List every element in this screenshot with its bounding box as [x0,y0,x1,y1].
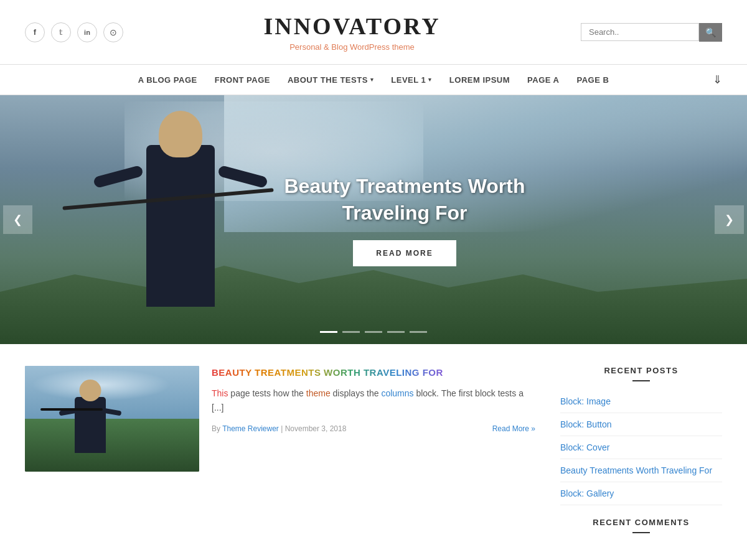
hero-content: Beauty Treatments Worth Traveling For RE… [62,95,747,344]
post-meta: By Theme Reviewer | November 3, 2018 Rea… [212,424,535,433]
posts-area: BEAUTY TREATMENTS WORTH TRAVELING FOR Th… [25,366,535,542]
recent-posts-underline [632,380,650,381]
hero-prev-button[interactable]: ❮ [3,205,32,234]
recent-posts-section: RECENT POSTS Block: Image Block: Button … [560,366,722,505]
hero-read-more-button[interactable]: READ MORE [353,240,456,266]
social-instagram[interactable]: ⊙ [103,22,123,42]
social-twitter[interactable]: 𝕥 [51,22,71,42]
post-author[interactable]: Theme Reviewer [222,424,279,433]
thumb-ground [25,419,199,472]
nav-item-about[interactable]: ABOUT THE TESTS ▾ [288,75,374,85]
search-button[interactable]: 🔍 [699,23,722,42]
nav-item-pageb[interactable]: PAGE B [576,75,609,85]
sidebar: RECENT POSTS Block: Image Block: Button … [560,366,722,542]
main-content: BEAUTY TREATMENTS WORTH TRAVELING FOR Th… [0,344,747,560]
post-excerpt: This page tests how the theme displays t… [212,386,535,415]
excerpt-word-columns: columns [381,388,413,398]
excerpt-word-this: This [212,388,228,398]
search-area: 🔍 [581,23,722,42]
post-card: BEAUTY TREATMENTS WORTH TRAVELING FOR Th… [25,366,535,472]
thumb-clouds [31,369,171,401]
recent-post-1[interactable]: Block: Image [560,390,722,413]
hero-title: Beauty Treatments Worth Traveling For [249,173,560,226]
excerpt-word-theme: theme [306,388,331,398]
search-input[interactable] [581,23,699,41]
recent-post-3[interactable]: Block: Cover [560,436,722,459]
level1-dropdown-icon: ▾ [428,77,432,83]
post-thumbnail [25,366,199,472]
nav-item-level1[interactable]: LEVEL 1 ▾ [391,75,432,85]
nav-item-blog[interactable]: A BLOG PAGE [138,75,197,85]
recent-post-2[interactable]: Block: Button [560,413,722,436]
social-facebook[interactable]: f [25,22,45,42]
site-title: INNOVATORY [263,12,440,40]
nav-bar: A BLOG PAGE FRONT PAGE ABOUT THE TESTS ▾… [0,64,747,95]
recent-comments-underline [632,532,650,533]
social-icons: f 𝕥 in ⊙ [25,22,123,42]
site-title-area: INNOVATORY Personal & Blog WordPress the… [263,12,440,52]
thumb-person [75,397,106,453]
post-meta-byline: By Theme Reviewer | November 3, 2018 [212,424,346,433]
post-read-more-link[interactable]: Read More » [492,424,535,433]
site-subtitle: Personal & Blog WordPress theme [263,42,440,52]
post-title-text: BEAUTY TREATMENTS WORTH TRAVELING FOR [212,367,443,378]
post-date: November 3, 2018 [285,424,347,433]
recent-comments-section: RECENT COMMENTS [560,518,722,533]
post-info: BEAUTY TREATMENTS WORTH TRAVELING FOR Th… [212,366,535,472]
recent-posts-title: RECENT POSTS [560,366,722,375]
recent-comments-title: RECENT COMMENTS [560,518,722,527]
hero-slider: Beauty Treatments Worth Traveling For RE… [0,95,747,344]
nav-item-front[interactable]: FRONT PAGE [215,75,270,85]
about-dropdown-icon: ▾ [370,77,374,83]
header: f 𝕥 in ⊙ INNOVATORY Personal & Blog Word… [0,0,747,64]
hero-next-button[interactable]: ❯ [715,205,744,234]
nav-item-lorem[interactable]: LOREM IPSUM [449,75,510,85]
by-label: By [212,424,222,433]
nav-item-pagea[interactable]: PAGE A [527,75,559,85]
recent-post-5[interactable]: Block: Gallery [560,482,722,505]
recent-post-4[interactable]: Beauty Treatments Worth Traveling For [560,459,722,482]
post-title: BEAUTY TREATMENTS WORTH TRAVELING FOR [212,366,535,379]
social-linkedin[interactable]: in [77,22,97,42]
nav-more-button[interactable]: ⇓ [713,73,722,86]
